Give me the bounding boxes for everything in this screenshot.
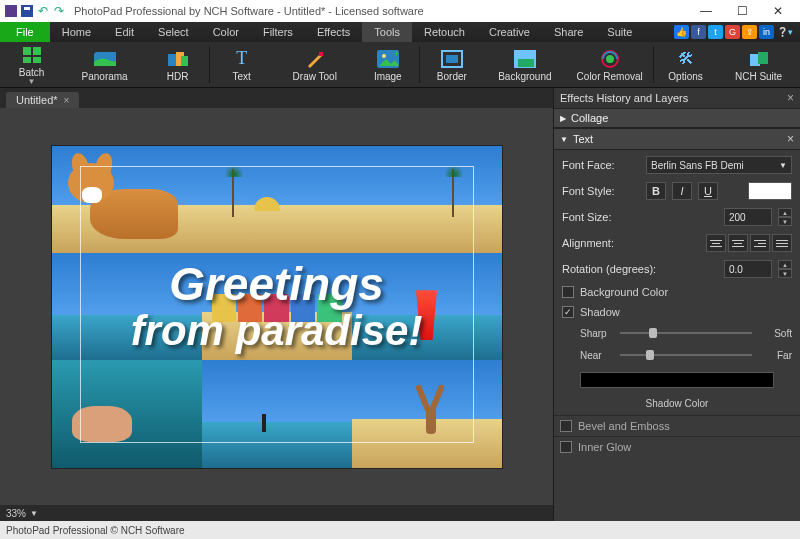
section-close-icon[interactable]: ×	[787, 132, 794, 146]
section-text[interactable]: ▼Text×	[554, 128, 800, 150]
twitter-icon[interactable]: t	[708, 25, 723, 39]
canvas[interactable]: Greetings from paradise!	[52, 146, 502, 468]
svg-text:+: +	[394, 50, 399, 59]
tool-hdr[interactable]: HDR	[146, 42, 209, 87]
caret-down-icon: ▼	[560, 135, 568, 144]
rotation-label: Rotation (degrees):	[562, 263, 672, 275]
window-title: PhotoPad Professional by NCH Software - …	[74, 5, 688, 17]
svg-rect-2	[24, 7, 30, 10]
menu-edit[interactable]: Edit	[103, 22, 146, 42]
menu-home[interactable]: Home	[50, 22, 103, 42]
canvas-area[interactable]: Greetings from paradise!	[0, 108, 553, 505]
italic-button[interactable]: I	[672, 182, 692, 200]
tool-nch-suite[interactable]: NCH Suite	[717, 42, 800, 87]
font-size-label: Font Size:	[562, 211, 640, 223]
maximize-button[interactable]: ☐	[724, 0, 760, 22]
alignment-label: Alignment:	[562, 237, 640, 249]
shadow-distance-slider[interactable]	[620, 348, 752, 362]
document-tabstrip: Untitled* ×	[0, 88, 553, 108]
document-tab[interactable]: Untitled* ×	[6, 92, 79, 108]
tool-text[interactable]: TText	[210, 42, 273, 87]
tool-border[interactable]: Border	[420, 42, 483, 87]
help-icon[interactable]: ❔▾	[776, 25, 794, 39]
tool-color-removal[interactable]: Color Removal	[566, 42, 653, 87]
shadow-color-label: Shadow Color	[562, 398, 792, 409]
font-face-select[interactable]: Berlin Sans FB Demi▼	[646, 156, 792, 174]
background-color-checkbox[interactable]	[562, 286, 574, 298]
section-collage[interactable]: ▶Collage	[554, 108, 800, 128]
share-icon[interactable]: ⇪	[742, 25, 757, 39]
svg-rect-22	[758, 52, 768, 64]
shadow-color-swatch[interactable]	[580, 372, 774, 388]
redo-icon[interactable]: ↷	[52, 4, 66, 18]
tool-draw[interactable]: Draw Tool	[273, 42, 356, 87]
statusbar: PhotoPad Professional © NCH Software	[0, 521, 800, 539]
background-color-checkbox-row[interactable]: Background Color	[562, 286, 792, 298]
tool-background[interactable]: Background	[483, 42, 566, 87]
align-center-button[interactable]	[728, 234, 748, 252]
tool-image[interactable]: +Image	[356, 42, 419, 87]
menu-file[interactable]: File	[0, 22, 50, 42]
shadow-checkbox[interactable]: ✓	[562, 306, 574, 318]
menu-color[interactable]: Color	[201, 22, 251, 42]
svg-rect-6	[33, 57, 41, 63]
selection-frame[interactable]	[80, 166, 474, 443]
bevel-checkbox-row[interactable]: Bevel and Emboss	[554, 415, 800, 436]
font-size-spinner[interactable]: ▲▼	[778, 208, 792, 226]
close-tab-icon[interactable]: ×	[64, 95, 70, 106]
close-button[interactable]: ✕	[760, 0, 796, 22]
underline-button[interactable]: U	[698, 182, 718, 200]
svg-rect-11	[319, 52, 323, 56]
google-icon[interactable]: G	[725, 25, 740, 39]
panel-header: Effects History and Layers ×	[554, 88, 800, 108]
menu-creative[interactable]: Creative	[477, 22, 542, 42]
align-justify-button[interactable]	[772, 234, 792, 252]
minimize-button[interactable]: —	[688, 0, 724, 22]
shadow-sharpness-slider[interactable]	[620, 326, 752, 340]
ribbon-toolbar: Batch▼ Panorama HDR TText Draw Tool +Ima…	[0, 42, 800, 88]
save-icon[interactable]	[20, 4, 34, 18]
menu-tools[interactable]: Tools	[362, 22, 412, 42]
chevron-down-icon[interactable]: ▼	[30, 509, 38, 518]
rotation-input[interactable]: 0.0	[724, 260, 772, 278]
menu-filters[interactable]: Filters	[251, 22, 305, 42]
align-right-button[interactable]	[750, 234, 770, 252]
undo-icon[interactable]: ↶	[36, 4, 50, 18]
right-panel: Effects History and Layers × ▶Collage ▼T…	[553, 88, 800, 521]
menu-effects[interactable]: Effects	[305, 22, 362, 42]
inner-glow-checkbox[interactable]	[560, 441, 572, 453]
svg-rect-0	[5, 5, 17, 17]
rotation-spinner[interactable]: ▲▼	[778, 260, 792, 278]
font-face-label: Font Face:	[562, 159, 640, 171]
svg-rect-10	[181, 56, 188, 66]
shadow-checkbox-row[interactable]: ✓ Shadow	[562, 306, 792, 318]
menu-select[interactable]: Select	[146, 22, 201, 42]
svg-point-20	[606, 55, 614, 63]
chevron-down-icon: ▼	[779, 161, 787, 170]
menu-share[interactable]: Share	[542, 22, 595, 42]
font-size-input[interactable]: 200	[724, 208, 772, 226]
menu-retouch[interactable]: Retouch	[412, 22, 477, 42]
panel-close-icon[interactable]: ×	[787, 91, 794, 105]
facebook-icon[interactable]: f	[691, 25, 706, 39]
svg-rect-3	[23, 47, 31, 55]
zoom-level[interactable]: 33%	[6, 508, 26, 519]
tool-options[interactable]: 🛠Options	[654, 42, 717, 87]
svg-point-13	[382, 54, 386, 58]
bevel-checkbox[interactable]	[560, 420, 572, 432]
menu-suite[interactable]: Suite	[595, 22, 644, 42]
align-left-button[interactable]	[706, 234, 726, 252]
caret-right-icon: ▶	[560, 114, 566, 123]
zoom-bar: 33% ▼	[0, 505, 553, 521]
svg-rect-4	[33, 47, 41, 55]
tool-batch[interactable]: Batch▼	[0, 42, 63, 87]
inner-glow-checkbox-row[interactable]: Inner Glow	[554, 436, 800, 457]
bold-button[interactable]: B	[646, 182, 666, 200]
text-color-swatch[interactable]	[748, 182, 792, 200]
tool-panorama[interactable]: Panorama	[63, 42, 146, 87]
linkedin-icon[interactable]: in	[759, 25, 774, 39]
svg-rect-18	[518, 59, 534, 67]
chevron-down-icon: ▼	[28, 77, 36, 86]
svg-rect-8	[168, 54, 176, 66]
like-icon[interactable]: 👍	[674, 25, 689, 39]
